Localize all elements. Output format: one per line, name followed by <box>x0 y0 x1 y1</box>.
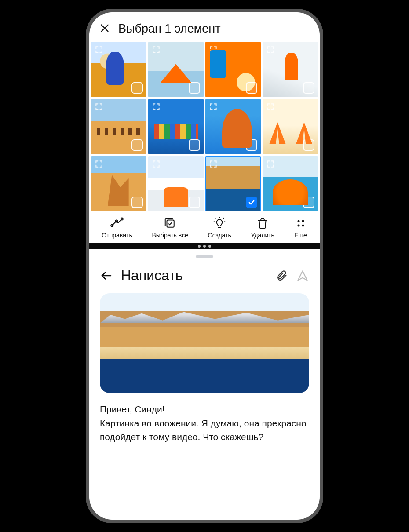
toolbar-label: Выбрать все <box>152 232 188 239</box>
phone-frame: Выбран 1 элемент Отправить Выбрать все С… <box>86 9 323 523</box>
svg-point-11 <box>297 220 299 222</box>
fullscreen-icon <box>266 102 275 111</box>
toolbar-label: Удалить <box>251 232 274 239</box>
photo-snow-chairs[interactable] <box>148 156 204 211</box>
message-body[interactable]: Привет, Синди! Картинка во вложении. Я д… <box>100 403 309 444</box>
toolbar-label: Еще <box>294 232 307 239</box>
photo-houses[interactable] <box>148 99 204 154</box>
selection-checkbox[interactable] <box>131 82 143 94</box>
fullscreen-icon <box>209 160 218 168</box>
back-icon[interactable] <box>100 269 113 282</box>
svg-line-9 <box>215 218 215 219</box>
gallery-header: Выбран 1 элемент <box>89 12 320 42</box>
fullscreen-icon <box>152 102 161 111</box>
attachment-image <box>100 293 309 393</box>
photo-coast[interactable] <box>205 156 261 211</box>
photo-arch[interactable] <box>205 99 261 154</box>
gallery-app: Выбран 1 элемент Отправить Выбрать все С… <box>89 12 320 243</box>
split-screen-divider[interactable] <box>89 243 320 249</box>
gallery-title: Выбран 1 элемент <box>118 22 221 36</box>
photo-flatlay[interactable] <box>205 42 261 97</box>
selection-checkbox[interactable] <box>246 197 257 208</box>
screen: Выбран 1 элемент Отправить Выбрать все С… <box>89 12 320 520</box>
selection-checkbox[interactable] <box>246 82 257 94</box>
photo-umbrella[interactable] <box>263 156 318 211</box>
photo-deckchairs[interactable] <box>263 99 318 154</box>
selection-checkbox[interactable] <box>131 139 143 151</box>
attachment-preview[interactable] <box>100 293 309 393</box>
photo-skier[interactable] <box>263 42 318 97</box>
drag-handle[interactable] <box>196 255 213 258</box>
create-button[interactable]: Создать <box>208 217 231 239</box>
toolbar-label: Создать <box>208 232 231 239</box>
message-greeting: Привет, Синди! <box>100 403 309 416</box>
selection-checkbox[interactable] <box>189 197 200 208</box>
photo-paper-boat[interactable] <box>148 42 204 97</box>
selection-checkbox[interactable] <box>303 197 314 208</box>
fullscreen-icon <box>152 160 161 168</box>
photo-rocks[interactable] <box>91 156 146 211</box>
svg-point-14 <box>302 225 304 227</box>
message-text: Картинка во вложении. Я думаю, она прекр… <box>100 417 309 444</box>
toolbar-label: Отправить <box>102 232 132 239</box>
fullscreen-icon <box>95 45 103 54</box>
selection-checkbox[interactable] <box>303 82 314 94</box>
compose-app: Написать Привет, Синди! Картинка во влож… <box>89 249 320 520</box>
fullscreen-icon <box>209 102 218 111</box>
photo-grid <box>89 42 320 211</box>
fullscreen-icon <box>209 45 218 54</box>
send-button[interactable]: Отправить <box>102 217 132 239</box>
fullscreen-icon <box>95 102 103 111</box>
selection-checkbox[interactable] <box>189 139 200 151</box>
more-button[interactable]: Еще <box>294 217 307 239</box>
selection-checkbox[interactable] <box>246 139 257 151</box>
compose-header: Написать <box>100 267 309 284</box>
send-icon[interactable] <box>296 269 309 282</box>
svg-line-10 <box>223 218 224 219</box>
select-all-button[interactable]: Выбрать все <box>152 217 188 239</box>
gallery-toolbar: Отправить Выбрать все Создать Удалить Ещ… <box>89 211 320 243</box>
selection-checkbox[interactable] <box>131 197 143 208</box>
delete-button[interactable]: Удалить <box>251 217 274 239</box>
fullscreen-icon <box>152 45 161 54</box>
svg-point-12 <box>302 220 304 222</box>
selection-checkbox[interactable] <box>189 82 200 94</box>
svg-point-13 <box>297 225 299 227</box>
selection-checkbox[interactable] <box>303 139 314 151</box>
fullscreen-icon <box>95 160 103 168</box>
close-icon[interactable] <box>99 22 110 36</box>
fullscreen-icon <box>266 45 275 54</box>
photo-camels[interactable] <box>91 99 146 154</box>
fullscreen-icon <box>266 160 275 168</box>
divider-dots-icon <box>198 245 211 248</box>
attachment-icon[interactable] <box>275 269 288 282</box>
compose-title: Написать <box>121 267 183 284</box>
photo-woman-field[interactable] <box>91 42 146 97</box>
